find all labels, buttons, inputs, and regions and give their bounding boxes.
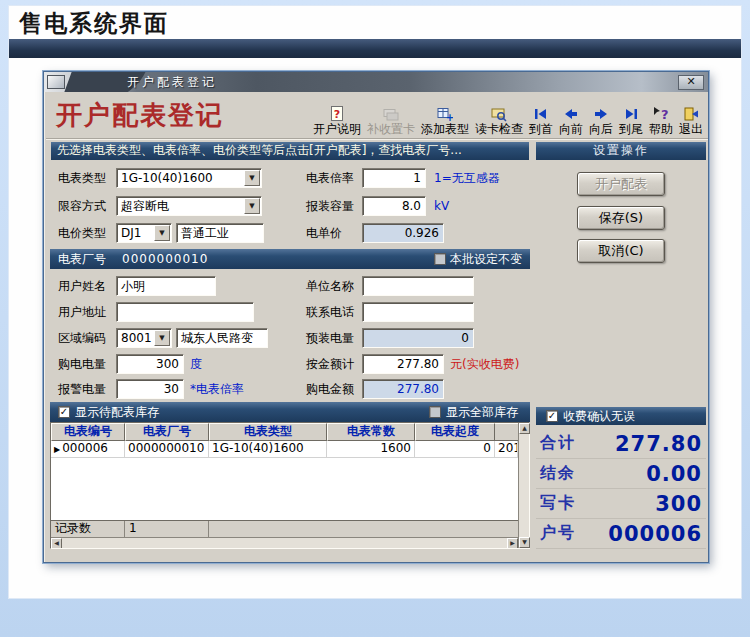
batch-lock-label: 本批设定不变 [450, 251, 522, 268]
buy-energy-input[interactable]: 300 [116, 354, 184, 374]
grid-header-cell[interactable]: 电表类型 [209, 423, 327, 441]
scroll-left-icon[interactable]: ◀ [51, 538, 62, 549]
capacity-label: 报装容量 [306, 196, 354, 216]
alarm-energy-label: 报警电量 [58, 379, 106, 399]
buy-energy-unit: 度 [190, 354, 202, 374]
dropdown-button[interactable]: ▼ [244, 198, 260, 214]
toolbar-button-label: 开户说明 [313, 122, 361, 136]
address-input[interactable] [116, 302, 254, 322]
preset-energy-label: 预装电量 [306, 328, 354, 348]
toolbar-buttons: ? 开户说明 补收置卡 + 添加表型 读卡检查 [310, 94, 706, 137]
exit-icon [683, 105, 699, 122]
factory-number-bar: 电表厂号 0000000010 本批设定不变 [50, 249, 530, 269]
address-label: 用户地址 [58, 302, 106, 322]
limit-mode-select[interactable]: 超容断电 ▼ [116, 196, 262, 216]
dialog-titlebar[interactable]: 开户配表登记 ✕ [44, 72, 708, 92]
dropdown-button[interactable]: ▼ [154, 225, 170, 241]
check-icon: ✓ [548, 411, 556, 421]
toolbar-button-label: 向后 [589, 122, 613, 136]
org-name-input[interactable] [362, 276, 474, 296]
user-name-label: 用户姓名 [58, 276, 106, 296]
header-divider-bar [9, 39, 741, 58]
phone-input[interactable] [362, 302, 474, 322]
capacity-input[interactable]: 8.0 [362, 196, 426, 216]
svg-text:?: ? [661, 107, 669, 122]
total-row-account-no: 户号 000006 [536, 519, 706, 549]
card-icon [383, 105, 399, 122]
prev-record-button[interactable]: 向前 [556, 94, 586, 137]
vertical-scrollbar[interactable]: ▲ ▼ [518, 423, 529, 548]
read-card-check-button[interactable]: 读卡检查 [472, 94, 526, 137]
preset-energy-field: 0 [362, 328, 474, 348]
add-table-icon: + [437, 105, 453, 122]
grid-header-row: 电表编号 电表厂号 电表类型 电表常数 电表起度 [51, 423, 518, 441]
factory-number-label: 电表厂号 [58, 251, 106, 268]
toolbar-button-label: 退出 [679, 122, 703, 136]
show-pending-checkbox[interactable]: ✓ [58, 406, 70, 418]
area-code-select[interactable]: 8001 ▼ [116, 328, 172, 348]
grid-cell-factory-no: 0000000010 [125, 441, 209, 458]
fee-confirm-label: 收费确认无误 [563, 408, 635, 425]
meter-type-label: 电表类型 [58, 168, 106, 188]
last-record-button[interactable]: 到尾 [616, 94, 646, 137]
doc-question-icon: ? [329, 105, 345, 122]
grid-cell-meter-no: ▶000006 [51, 441, 125, 458]
by-amount-input[interactable]: 277.80 [362, 354, 444, 374]
cancel-button[interactable]: 取消(C) [577, 239, 665, 263]
grid-header-cell[interactable]: 电表厂号 [125, 423, 209, 441]
next-record-button[interactable]: 向后 [586, 94, 616, 137]
scrollbar-track[interactable] [519, 434, 529, 537]
batch-lock-checkbox[interactable] [434, 253, 446, 265]
show-all-label: 显示全部库存 [446, 404, 518, 421]
show-all-checkbox[interactable] [429, 406, 441, 418]
grid-header-cell[interactable]: 电表起度 [415, 423, 495, 441]
total-row-write-card: 写卡 300 [536, 489, 706, 519]
toolbar-button-label: 到首 [529, 122, 553, 136]
meter-type-select[interactable]: 1G-10(40)1600 ▼ [116, 168, 262, 188]
recharge-card-button[interactable]: 补收置卡 [364, 94, 418, 137]
area-code-label: 区域编码 [58, 328, 106, 348]
form-heading: 开户配表登记 [56, 98, 224, 133]
content-panel: 售电系统界面 开户配表登记 ✕ 开户配表登记 ? 开户说明 补收置 [8, 5, 742, 599]
price-type-select[interactable]: DJ1 ▼ [116, 223, 172, 243]
save-button[interactable]: 保存(S) [577, 206, 665, 230]
help-button[interactable]: ? 帮助 [646, 94, 676, 137]
app-icon [47, 75, 65, 89]
toolbar-button-label: 读卡检查 [475, 122, 523, 136]
price-type-label: 电价类型 [58, 223, 106, 243]
grid-header-cell[interactable]: 电表编号 [51, 423, 125, 441]
factory-number-value: 0000000010 [122, 252, 208, 266]
fee-confirm-checkbox[interactable]: ✓ [546, 410, 558, 422]
limit-mode-label: 限容方式 [58, 196, 106, 216]
org-name-label: 单位名称 [306, 276, 354, 296]
add-meter-type-button[interactable]: + 添加表型 [418, 94, 472, 137]
horizontal-scrollbar[interactable]: ◀ ▶ [51, 537, 518, 548]
grid-main: 电表编号 电表厂号 电表类型 电表常数 电表起度 ▶000006 0000000… [51, 423, 518, 548]
toolbar-button-label: 向前 [559, 122, 583, 136]
side-panel-header: 设置操作 [536, 142, 706, 160]
first-record-button[interactable]: 到首 [526, 94, 556, 137]
buy-amount-field: 277.80 [362, 379, 444, 399]
last-icon [623, 105, 639, 122]
meter-ratio-note: 1=无互感器 [434, 168, 500, 188]
total-value: 300 [655, 492, 702, 516]
scroll-right-icon[interactable]: ▶ [507, 538, 518, 549]
grid-header-cell-partial [495, 423, 518, 441]
close-icon[interactable]: ✕ [678, 75, 704, 90]
grid-header-cell[interactable]: 电表常数 [327, 423, 415, 441]
dropdown-button[interactable]: ▼ [154, 330, 170, 346]
card-check-icon [491, 105, 507, 122]
dropdown-button[interactable]: ▼ [244, 170, 260, 186]
total-row-sum: 合计 277.80 [536, 429, 706, 459]
grid-data-row[interactable]: ▶000006 0000000010 1G-10(40)1600 1600 0 … [51, 441, 518, 458]
account-help-button[interactable]: ? 开户说明 [310, 94, 364, 137]
meter-ratio-input[interactable]: 1 [362, 168, 426, 188]
user-name-input[interactable]: 小明 [116, 276, 216, 296]
alarm-energy-input[interactable]: 30 [116, 379, 184, 399]
scroll-down-icon[interactable]: ▼ [519, 537, 530, 548]
toolbar-button-label: 补收置卡 [367, 122, 415, 136]
assign-meter-button[interactable]: 开户配表 [577, 172, 665, 196]
exit-button[interactable]: 退出 [676, 94, 706, 137]
scroll-up-icon[interactable]: ▲ [519, 423, 530, 434]
unit-price-field: 0.926 [362, 223, 444, 243]
